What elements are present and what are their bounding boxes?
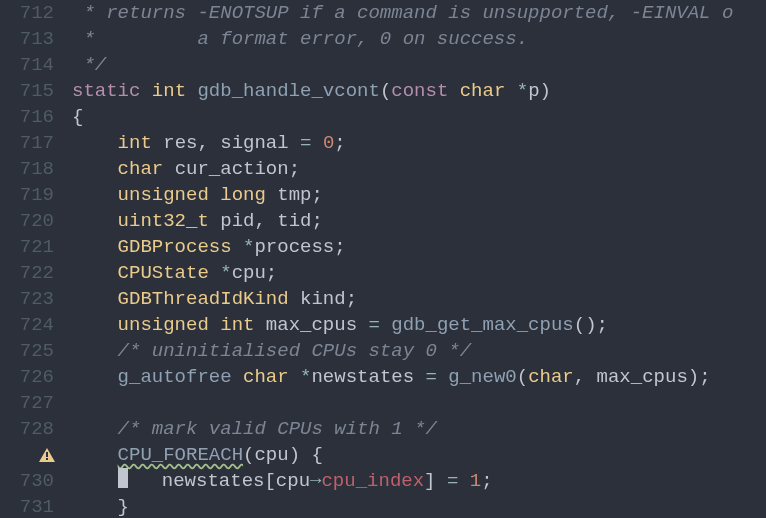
code-token: long [220,184,266,206]
code-token: ; [311,184,322,206]
line-number: 723 [0,286,54,312]
code-token: process [254,236,334,258]
code-token [266,184,277,206]
code-token [163,158,174,180]
code-token: newstates [311,366,414,388]
line-number: 716 [0,104,54,130]
code-token: char [528,366,574,388]
code-token: = [426,366,437,388]
code-token: , [254,210,277,232]
code-line[interactable]: { [72,104,766,130]
code-token: 0 [323,132,334,154]
code-token: (); [574,314,608,336]
code-line[interactable]: newstates[cpu→cpu_index] = 1; [72,468,766,494]
code-token [72,236,118,258]
code-token [414,366,425,388]
code-token: tid [277,210,311,232]
code-token [186,80,197,102]
code-line[interactable]: int res, signal = 0; [72,130,766,156]
code-token [140,80,151,102]
code-token: uint32_t [118,210,209,232]
code-line[interactable]: uint32_t pid, tid; [72,208,766,234]
code-token: res [163,132,197,154]
code-line[interactable] [72,390,766,416]
code-token: → [310,470,321,492]
code-token: newstates [128,470,265,492]
code-token [72,288,118,310]
code-token: ); [688,366,711,388]
line-number: 727 [0,390,54,416]
line-number: 712 [0,0,54,26]
code-line[interactable]: CPUState *cpu; [72,260,766,286]
code-line[interactable]: char cur_action; [72,156,766,182]
line-number: 724 [0,312,54,338]
code-token [72,314,118,336]
code-line[interactable]: } [72,494,766,518]
warning-icon[interactable] [38,442,56,468]
code-token: ; [346,288,357,310]
code-token [357,314,368,336]
code-token [72,444,118,466]
code-token: * a format error, 0 on success. [72,28,528,50]
code-line[interactable]: unsigned long tmp; [72,182,766,208]
svg-rect-0 [46,452,48,457]
code-line[interactable]: static int gdb_handle_vcont(const char *… [72,78,766,104]
code-token [209,314,220,336]
code-token: ) { [289,444,323,466]
code-line[interactable]: * returns -ENOTSUP if a command is unsup… [72,0,766,26]
line-number: 714 [0,52,54,78]
code-token: CPUState [118,262,209,284]
code-token [312,132,323,154]
code-line[interactable]: /* uninitialised CPUs stay 0 */ [72,338,766,364]
code-token [72,210,118,232]
code-token [72,418,118,440]
code-token: ; [289,158,300,180]
code-token: ) [540,80,551,102]
code-token [254,314,265,336]
code-line[interactable]: * a format error, 0 on success. [72,26,766,52]
svg-rect-1 [46,458,48,460]
code-token: gdb_get_max_cpus [391,314,573,336]
code-token [72,184,118,206]
code-area[interactable]: * returns -ENOTSUP if a command is unsup… [64,0,766,518]
code-line[interactable]: GDBProcess *process; [72,234,766,260]
code-line[interactable]: CPU_FOREACH(cpu) { [72,442,766,468]
code-token: max_cpus [266,314,357,336]
code-token: ; [334,236,345,258]
code-editor[interactable]: 7127137147157167177187197207217227237247… [0,0,766,518]
code-token: ( [380,80,391,102]
line-number: 713 [0,26,54,52]
code-line[interactable]: /* mark valid CPUs with 1 */ [72,416,766,442]
code-token: unsigned [118,184,209,206]
code-token: ; [311,210,322,232]
code-token: int [118,132,152,154]
code-token: tmp [277,184,311,206]
code-token: } [72,496,129,518]
code-token: ; [266,262,277,284]
code-token: , [574,366,597,388]
line-number: 731 [0,494,54,518]
code-token [209,210,220,232]
code-token: g_new0 [448,366,516,388]
code-token [209,262,220,284]
code-line[interactable]: g_autofree char *newstates = g_new0(char… [72,364,766,390]
code-token: char [243,366,289,388]
code-line[interactable]: */ [72,52,766,78]
code-token: const [391,80,448,102]
code-token: GDBThreadIdKind [118,288,289,310]
code-token: ; [334,132,345,154]
code-token: = [447,470,458,492]
line-number: 718 [0,156,54,182]
line-number: 722 [0,260,54,286]
line-number: 725 [0,338,54,364]
code-token [72,158,118,180]
code-token [232,366,243,388]
code-token [448,80,459,102]
code-token: = [300,132,311,154]
code-token: pid [220,210,254,232]
line-number: 720 [0,208,54,234]
code-token [72,262,118,284]
code-line[interactable]: unsigned int max_cpus = gdb_get_max_cpus… [72,312,766,338]
code-token: * [517,80,528,102]
code-line[interactable]: GDBThreadIdKind kind; [72,286,766,312]
